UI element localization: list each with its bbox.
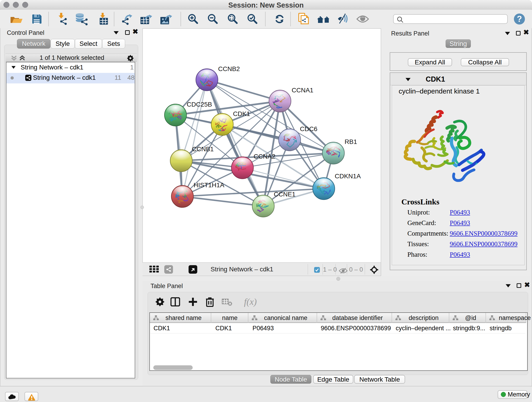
svg-text:CCNA2: CCNA2: [254, 153, 275, 160]
svg-text:CDC6: CDC6: [300, 125, 317, 133]
svg-text:CCNA1: CCNA1: [292, 87, 313, 94]
svg-text:CCNE1: CCNE1: [274, 191, 296, 198]
svg-text:CCNB2: CCNB2: [218, 65, 240, 72]
svg-text:CDKN1A: CDKN1A: [335, 172, 361, 180]
svg-text:RB1: RB1: [345, 138, 357, 145]
svg-text:CCNB1: CCNB1: [192, 146, 214, 153]
svg-text:CDK1: CDK1: [233, 110, 250, 117]
svg-text:CDC25B: CDC25B: [187, 101, 212, 108]
svg-text:HIST1H1A: HIST1H1A: [194, 182, 224, 189]
